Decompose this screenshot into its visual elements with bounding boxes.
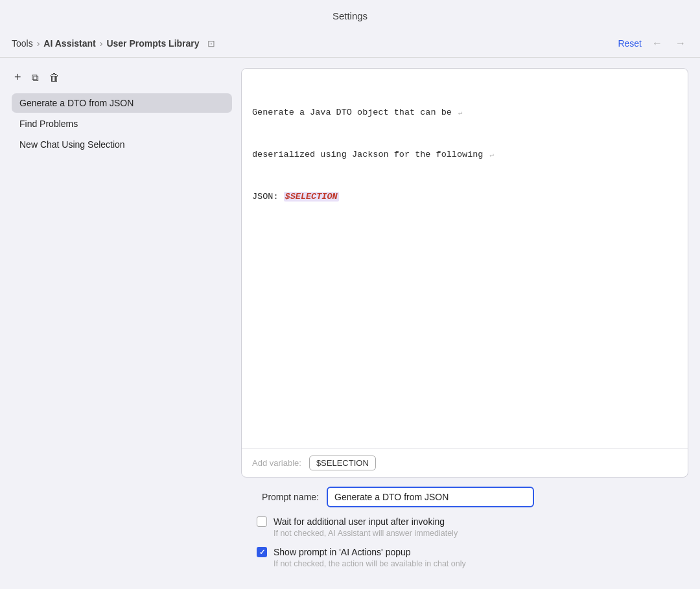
show-popup-checkbox[interactable] bbox=[257, 547, 267, 557]
prompt-name-label: Prompt name: bbox=[241, 492, 319, 502]
prompt-line-2: deserialized using Jackson for the follo… bbox=[252, 148, 677, 162]
window-icon[interactable]: ⊡ bbox=[207, 38, 215, 49]
selection-variable-chip[interactable]: $SELECTION bbox=[309, 456, 376, 470]
prompt-name-input[interactable] bbox=[327, 487, 534, 507]
sidebar-item-generate-dto[interactable]: Generate a DTO from JSON bbox=[12, 93, 232, 113]
wait-checkbox-desc: If not checked, AI Assistant will answer… bbox=[274, 529, 688, 538]
wrap-icon-1: ↵ bbox=[458, 109, 463, 117]
reset-button[interactable]: Reset bbox=[618, 38, 642, 49]
sidebar-item-find-problems[interactable]: Find Problems bbox=[12, 114, 232, 133]
nav-forward-button[interactable]: → bbox=[673, 36, 688, 51]
breadcrumb-user-prompts-library[interactable]: User Prompts Library bbox=[106, 38, 199, 49]
sidebar-toolbar: + ⧉ 🗑 bbox=[12, 68, 232, 87]
wrap-icon-2: ↵ bbox=[490, 151, 495, 159]
header-actions: Reset ← → bbox=[618, 36, 688, 51]
prompt-editor: Generate a Java DTO object that can be ↵… bbox=[241, 68, 688, 478]
add-variable-label: Add variable: bbox=[252, 458, 301, 468]
show-popup-checkbox-row: Show prompt in 'AI Actions' popup If not… bbox=[257, 547, 688, 568]
delete-prompt-button[interactable]: 🗑 bbox=[47, 71, 62, 85]
wait-checkbox-row: Wait for additional user input after inv… bbox=[257, 516, 688, 538]
show-popup-checkbox-label: Show prompt in 'AI Actions' popup bbox=[274, 547, 411, 557]
nav-back-button[interactable]: ← bbox=[649, 36, 665, 51]
breadcrumb-tools[interactable]: Tools bbox=[12, 38, 33, 49]
prompt-footer: Add variable: $SELECTION bbox=[242, 448, 688, 477]
wait-checkbox[interactable] bbox=[257, 516, 267, 527]
breadcrumb-sep-1: › bbox=[37, 38, 40, 49]
sidebar-item-new-chat[interactable]: New Chat Using Selection bbox=[12, 135, 232, 154]
wait-checkbox-label: Wait for additional user input after inv… bbox=[274, 516, 445, 527]
breadcrumb-ai-assistant[interactable]: AI Assistant bbox=[43, 38, 95, 49]
show-popup-checkbox-main: Show prompt in 'AI Actions' popup bbox=[257, 547, 688, 557]
sidebar-list: Generate a DTO from JSON Find Problems N… bbox=[12, 93, 232, 154]
breadcrumb-sep-2: › bbox=[100, 38, 103, 49]
show-popup-checkbox-desc: If not checked, the action will be avail… bbox=[274, 559, 688, 568]
title-bar: Settings bbox=[0, 0, 700, 30]
add-prompt-button[interactable]: + bbox=[12, 69, 24, 86]
form-section: Prompt name: Wait for additional user in… bbox=[241, 487, 688, 579]
content-panel: Generate a Java DTO object that can be ↵… bbox=[241, 68, 688, 579]
prompt-text-editor[interactable]: Generate a Java DTO object that can be ↵… bbox=[242, 69, 688, 448]
sidebar: + ⧉ 🗑 Generate a DTO from JSON Find Prob… bbox=[12, 68, 232, 579]
window-title: Settings bbox=[332, 10, 368, 21]
selection-variable: $SELECTION bbox=[284, 192, 339, 202]
header: Tools › AI Assistant › User Prompts Libr… bbox=[0, 30, 700, 58]
copy-prompt-button[interactable]: ⧉ bbox=[29, 71, 41, 85]
main-content: + ⧉ 🗑 Generate a DTO from JSON Find Prob… bbox=[0, 58, 700, 589]
prompt-line-1: Generate a Java DTO object that can be ↵ bbox=[252, 106, 677, 120]
breadcrumb: Tools › AI Assistant › User Prompts Libr… bbox=[12, 38, 618, 49]
prompt-line-3: JSON: $SELECTION bbox=[252, 190, 677, 204]
wait-checkbox-main: Wait for additional user input after inv… bbox=[257, 516, 688, 527]
prompt-name-row: Prompt name: bbox=[241, 487, 688, 507]
